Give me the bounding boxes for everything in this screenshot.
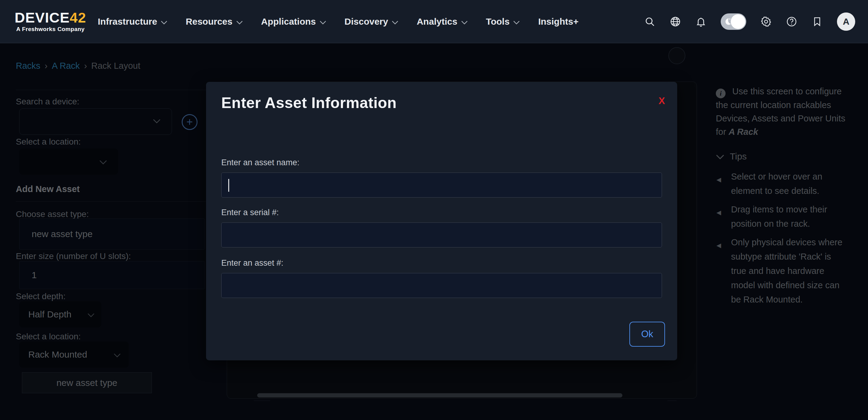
enter-asset-information-modal: Enter Asset Information X Enter an asset…: [206, 82, 677, 360]
nav-item-label: Discovery: [344, 17, 388, 27]
chevron-down-icon: [392, 17, 398, 27]
asset-name-label: Enter an asset name:: [221, 158, 300, 168]
chevron-down-icon: [461, 17, 468, 27]
settings-gear-icon[interactable]: [760, 16, 772, 27]
logo-text-accent: 42: [70, 9, 86, 26]
nav-item-label: Applications: [261, 17, 316, 27]
nav-item-resources[interactable]: Resources: [186, 17, 243, 27]
nav-item-applications[interactable]: Applications: [261, 17, 326, 27]
close-icon[interactable]: X: [659, 96, 665, 106]
nav-item-label: Insights+: [538, 17, 579, 27]
main-menu: InfrastructureResourcesApplicationsDisco…: [98, 17, 579, 27]
serial-number-input[interactable]: [221, 222, 662, 247]
asset-number-input[interactable]: [221, 273, 662, 298]
serial-number-label: Enter a serial #:: [221, 208, 279, 217]
asset-number-label: Enter an asset #:: [221, 259, 283, 268]
chevron-down-icon: [513, 17, 520, 27]
nav-item-discovery[interactable]: Discovery: [344, 17, 398, 27]
globe-icon[interactable]: [670, 16, 681, 27]
user-avatar[interactable]: A: [837, 12, 855, 31]
notifications-bell-icon[interactable]: [695, 16, 707, 27]
help-icon[interactable]: [786, 16, 797, 27]
nav-item-infrastructure[interactable]: Infrastructure: [98, 17, 167, 27]
logo-wordmark: DEVICE42: [14, 10, 86, 25]
text-cursor: [228, 179, 229, 192]
nav-item-label: Analytics: [417, 17, 457, 27]
navbar-icons: A: [644, 12, 855, 31]
chevron-down-icon: [161, 17, 167, 27]
bookmark-icon[interactable]: [811, 16, 823, 27]
chevron-down-icon: [236, 17, 243, 27]
chevron-down-icon: [319, 17, 326, 27]
ok-button[interactable]: Ok: [629, 322, 665, 347]
nav-item-label: Infrastructure: [98, 17, 157, 27]
nav-item-insights-[interactable]: Insights+: [538, 17, 579, 27]
logo-text-white: DEVICE: [14, 9, 70, 26]
modal-title: Enter Asset Information: [221, 94, 397, 112]
nav-item-analytics[interactable]: Analytics: [417, 17, 467, 27]
top-navbar: DEVICE42 A Freshworks Company Infrastruc…: [0, 0, 868, 43]
search-icon[interactable]: [644, 16, 656, 27]
device42-logo[interactable]: DEVICE42 A Freshworks Company: [14, 10, 86, 33]
rack-layout-page: DEVICE42 A Freshworks Company Infrastruc…: [0, 0, 868, 420]
asset-name-input[interactable]: [221, 173, 662, 198]
nav-item-label: Resources: [186, 17, 232, 27]
theme-toggle[interactable]: [721, 13, 746, 30]
nav-item-tools[interactable]: Tools: [486, 17, 520, 27]
nav-item-label: Tools: [486, 17, 510, 27]
logo-tagline: A Freshworks Company: [16, 26, 85, 33]
theme-toggle-knob: [731, 14, 745, 29]
